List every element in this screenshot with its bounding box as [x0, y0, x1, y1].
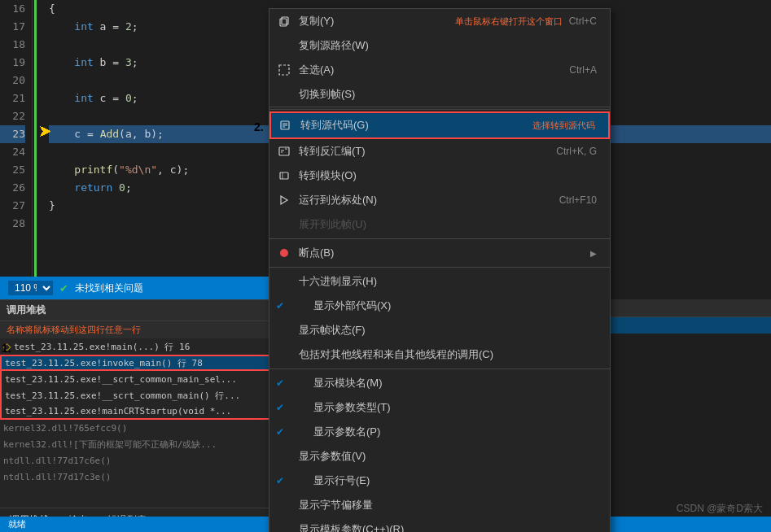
cm-show-line-nums[interactable]: ✔ 显示行号(E)	[269, 469, 610, 493]
cm-include-threads[interactable]: 包括对其他线程和来自其他线程的调用(C)	[269, 342, 610, 367]
show-module-icon	[291, 375, 307, 391]
cm-goto-source[interactable]: 转到源代码(G) 选择转到源代码	[269, 111, 610, 139]
ln-19: 19	[0, 54, 25, 72]
cm-show-frame-state[interactable]: 显示帧状态(F)	[269, 318, 610, 342]
cm-goto-disasm[interactable]: 转到反汇编(T) Ctrl+K, G	[269, 139, 610, 164]
cm-switch-frame-label: 切换到帧(S)	[299, 87, 597, 102]
cs-row-text-5: kernel32.dll!765efcc9()	[3, 423, 282, 434]
ln-28: 28	[0, 215, 25, 233]
cm-divider-4	[269, 368, 610, 369]
callstack-row-0[interactable]: ◇ test_23.11.25.exe!main(...) 行 16	[0, 338, 285, 355]
context-menu: 复制(Y) 单击鼠标右键打开这个窗口 Ctrl+C 复制源路径(W) 全选(A)…	[269, 8, 611, 532]
cm-copy-shortcut: Ctrl+C	[569, 15, 597, 27]
status-ok-icon: ✔	[59, 282, 68, 294]
callstack-row-6[interactable]: kernel32.dll![下面的框架可能不正确和/或缺...	[0, 436, 285, 452]
select-all-icon	[276, 62, 292, 78]
show-param-values-icon	[276, 448, 292, 464]
callstack-note: 名称将鼠标移动到这四行任意一行	[0, 321, 285, 338]
cm-goto-module-label: 转到模块(O)	[299, 168, 597, 183]
svg-point-14	[280, 249, 288, 257]
cm-switch-frame[interactable]: 切换到帧(S)	[269, 82, 610, 107]
goto-source-icon	[278, 117, 294, 133]
cm-show-byte-offset-label: 显示字节偏移量	[299, 498, 597, 512]
line-numbers: 16 17 18 19 20 21 22 23 24 25 26 27 28	[0, 0, 33, 277]
svg-rect-1	[282, 17, 288, 24]
debug-arrow: ⮞	[39, 125, 52, 140]
footer-status: 就绪	[8, 518, 26, 530]
cm-show-line-nums-label: 显示行号(E)	[313, 473, 597, 488]
cm-select-all-shortcut: Ctrl+A	[569, 64, 597, 76]
ln-16: 16	[0, 0, 25, 18]
cm-show-param-names[interactable]: ✔ 显示参数名(P)	[269, 420, 610, 444]
cm-show-module-label: 显示模块名(M)	[313, 376, 597, 390]
copy-path-icon	[276, 37, 292, 54]
cm-hex-label: 十六进制显示(H)	[299, 274, 597, 289]
callstack-rows[interactable]: ◇ test_23.11.25.exe!main(...) 行 16 test_…	[0, 338, 285, 517]
cm-copy[interactable]: 复制(Y) 单击鼠标右键打开这个窗口 Ctrl+C	[269, 9, 610, 33]
svg-rect-11	[280, 172, 288, 179]
callstack-row-7[interactable]: ntdll.dll!77d17c6e()	[0, 452, 285, 469]
show-line-nums-icon	[291, 473, 307, 489]
cm-show-param-names-label: 显示参数名(P)	[313, 425, 597, 439]
switch-frame-icon	[276, 86, 292, 102]
callstack-row-4[interactable]: test_23.11.25.exe!mainCRTStartup(void *.…	[0, 403, 285, 420]
svg-rect-7	[279, 147, 289, 155]
cm-show-template-params-label: 显示模板参数(C++)(R)	[299, 522, 597, 532]
callstack-row-1[interactable]: test_23.11.25.exe!invoke_main() 行 78	[0, 355, 285, 371]
cm-show-module[interactable]: ✔ 显示模块名(M)	[269, 371, 610, 395]
annotation-label-1: 1.	[2, 342, 11, 355]
cm-run-cursor[interactable]: 运行到光标处(N) Ctrl+F10	[269, 188, 610, 212]
cm-copy-path[interactable]: 复制源路径(W)	[269, 33, 610, 58]
show-frame-state-icon	[276, 322, 292, 338]
cm-show-byte-offset[interactable]: 显示字节偏移量	[269, 493, 610, 517]
callstack-row-2[interactable]: test_23.11.25.exe!__scrt_common_main_sel…	[0, 371, 285, 387]
callstack-note-text: 名称将鼠标移动到这四行任意一行	[7, 325, 141, 334]
ln-22: 22	[0, 107, 25, 125]
cm-select-all-label: 全选(A)	[299, 63, 563, 77]
ln-26: 26	[0, 179, 25, 197]
cm-show-module-check: ✔	[276, 377, 284, 389]
ln-27: 27	[0, 197, 25, 215]
callstack-row-5[interactable]: kernel32.dll!765efcc9()	[0, 420, 285, 436]
cm-copy-note: 单击鼠标右键打开这个窗口	[455, 15, 563, 28]
cs-row-text-2: test_23.11.25.exe!__scrt_common_main_sel…	[5, 374, 280, 385]
cm-goto-source-label: 转到源代码(G)	[300, 118, 519, 133]
cm-copy-path-label: 复制源路径(W)	[299, 38, 597, 53]
callstack-panel: 调用堆栈 名称将鼠标移动到这四行任意一行 ◇ test_23.11.25.exe…	[0, 299, 285, 532]
hex-icon	[276, 273, 292, 290]
cm-run-cursor-shortcut: Ctrl+F10	[559, 194, 597, 206]
callstack-row-8[interactable]: ntdll.dll!77d17c3e()	[0, 469, 285, 485]
cm-show-param-types[interactable]: ✔ 显示参数类型(T)	[269, 395, 610, 420]
cm-expand-frame-label: 展开到此帧(U)	[299, 217, 597, 232]
show-external-icon	[291, 298, 307, 314]
goto-disasm-icon	[276, 143, 292, 159]
cs-row-text-1: test_23.11.25.exe!invoke_main() 行 78	[5, 357, 280, 369]
callstack-row-3[interactable]: test_23.11.25.exe!__scrt_common_main() 行…	[0, 387, 285, 403]
cm-breakpoint[interactable]: 断点(B)	[269, 241, 610, 265]
zoom-select[interactable]: 110 %	[8, 281, 53, 295]
ln-21: 21	[0, 89, 25, 107]
show-template-params-icon	[276, 521, 292, 532]
status-bar: 110 % ✔ 未找到相关问题	[0, 277, 285, 299]
cm-show-external-label: 显示外部代码(X)	[313, 299, 597, 313]
cs-row-text-6: kernel32.dll![下面的框架可能不正确和/或缺...	[3, 438, 282, 451]
callstack-title: 调用堆栈	[0, 300, 285, 321]
annotation-label-2: 2.	[254, 120, 264, 133]
cm-expand-frame[interactable]: 展开到此帧(U)	[269, 212, 610, 237]
cm-include-threads-label: 包括对其他线程和来自其他线程的调用(C)	[299, 347, 597, 362]
cm-goto-module[interactable]: 转到模块(O)	[269, 164, 610, 188]
cm-goto-disasm-shortcut: Ctrl+K, G	[556, 146, 597, 157]
cm-show-param-values[interactable]: 显示参数值(V)	[269, 444, 610, 469]
cm-show-external[interactable]: ✔ 显示外部代码(X)	[269, 294, 610, 318]
cm-show-frame-state-label: 显示帧状态(F)	[299, 323, 597, 338]
cm-hex[interactable]: 十六进制显示(H)	[269, 269, 610, 294]
ln-23: 23	[0, 125, 25, 143]
cm-show-line-nums-check: ✔	[276, 475, 284, 486]
cm-show-param-types-label: 显示参数类型(T)	[313, 400, 597, 415]
breakpoint-icon	[276, 245, 292, 261]
cs-row-text-4: test_23.11.25.exe!mainCRTStartup(void *.…	[5, 406, 280, 416]
cs-row-text-0: test_23.11.25.exe!main(...) 行 16	[14, 341, 282, 353]
cm-select-all[interactable]: 全选(A) Ctrl+A	[269, 58, 610, 82]
cs-row-text-7: ntdll.dll!77d17c6e()	[3, 456, 282, 466]
cm-show-template-params[interactable]: 显示模板参数(C++)(R)	[269, 517, 610, 532]
